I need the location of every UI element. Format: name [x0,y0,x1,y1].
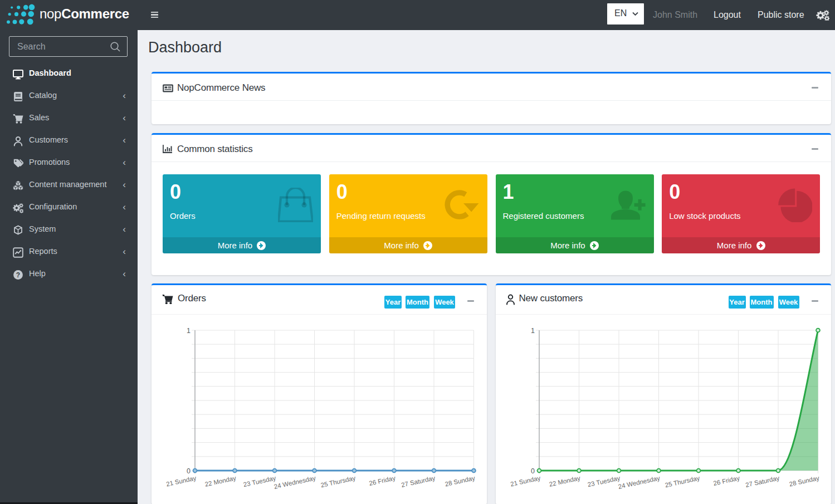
svg-text:24 Wednesday: 24 Wednesday [274,474,317,490]
svg-text:27 Saturday: 27 Saturday [401,474,436,488]
svg-text:0: 0 [531,467,535,475]
svg-text:28 Sunday: 28 Sunday [788,474,820,487]
svg-text:27 Saturday: 27 Saturday [745,474,780,488]
svg-text:26 Friday: 26 Friday [712,474,740,487]
svg-text:1: 1 [187,327,191,335]
svg-text:25 Thursday: 25 Thursday [320,474,357,488]
svg-text:21 Sunday: 21 Sunday [165,474,197,487]
svg-text:26 Friday: 26 Friday [369,474,397,487]
svg-text:1: 1 [531,327,535,335]
svg-text:28 Sunday: 28 Sunday [445,474,476,487]
svg-text:25 Thursday: 25 Thursday [664,474,700,488]
svg-text:0: 0 [187,467,191,475]
svg-text:23 Tuesday: 23 Tuesday [587,474,621,488]
svg-text:21 Sunday: 21 Sunday [510,474,541,487]
svg-text:22 Monday: 22 Monday [548,474,580,488]
svg-text:24 Wednesday: 24 Wednesday [617,474,661,490]
svg-text:22 Monday: 22 Monday [204,474,237,488]
svg-text:?: ? [16,271,20,279]
svg-text:23 Tuesday: 23 Tuesday [243,474,277,488]
